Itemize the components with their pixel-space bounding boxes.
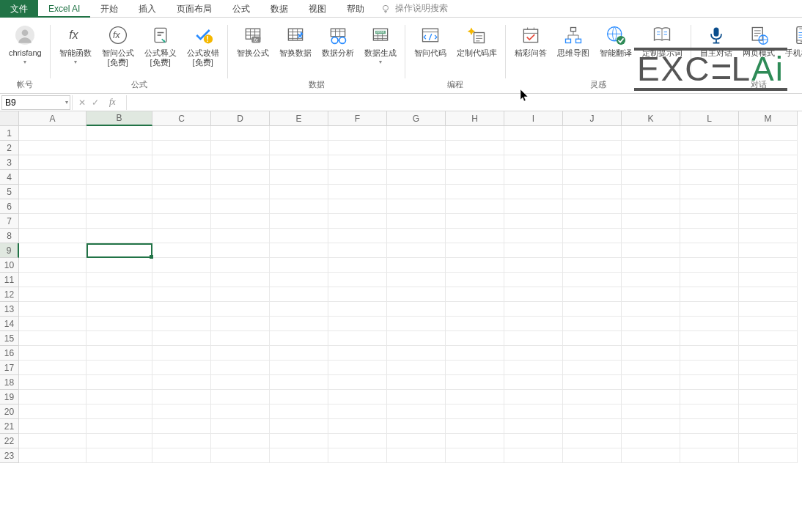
cell-M14[interactable] [739,317,798,331]
cell-K14[interactable] [622,317,680,331]
cell-D2[interactable] [211,141,270,155]
cell-E15[interactable] [270,331,328,346]
cell-I4[interactable] [504,170,563,185]
cell-J17[interactable] [563,361,622,375]
cell-L4[interactable] [680,170,739,185]
cell-I9[interactable] [504,243,563,258]
cell-J9[interactable] [563,243,622,258]
row-header-1[interactable]: 1 [0,126,19,141]
cell-M9[interactable] [739,243,798,258]
cell-F12[interactable] [328,287,387,302]
cell-G10[interactable] [387,258,446,273]
cell-F14[interactable] [328,317,387,331]
cell-I15[interactable] [504,331,563,346]
cell-H11[interactable] [446,273,504,287]
cell-D22[interactable] [211,434,270,448]
cell-L14[interactable] [680,317,739,331]
cell-B7[interactable] [87,214,152,229]
cell-K3[interactable] [622,155,680,170]
cell-E14[interactable] [270,317,328,331]
chevron-down-icon[interactable]: ▾ [65,99,68,106]
cell-B5[interactable] [87,185,152,199]
cell-B20[interactable] [87,404,152,419]
cell-J8[interactable] [563,229,622,243]
col-header-E[interactable]: E [270,111,328,126]
cell-B2[interactable] [87,141,152,155]
cell-B17[interactable] [87,361,152,375]
cell-A15[interactable] [19,331,87,346]
tab-layout[interactable]: 页面布局 [166,0,222,18]
row-header-7[interactable]: 7 [0,214,19,229]
cell-E23[interactable] [270,448,328,463]
cell-H13[interactable] [446,302,504,317]
cell-K16[interactable] [622,346,680,361]
cell-I23[interactable] [504,448,563,463]
btn-mindmap[interactable]: 思维导图 [553,21,594,78]
cell-C4[interactable] [152,170,211,185]
cell-I18[interactable] [504,375,563,390]
cell-K9[interactable] [622,243,680,258]
cell-K4[interactable] [622,170,680,185]
cell-D14[interactable] [211,317,270,331]
cell-J18[interactable] [563,375,622,390]
cell-M7[interactable] [739,214,798,229]
cell-C23[interactable] [152,448,211,463]
cell-C9[interactable] [152,243,211,258]
row-header-12[interactable]: 12 [0,287,19,302]
cell-M15[interactable] [739,331,798,346]
cell-J1[interactable] [563,126,622,141]
cell-D1[interactable] [211,126,270,141]
cell-L19[interactable] [680,390,739,404]
btn-web-mode[interactable]: 网页模式 [738,21,779,78]
cell-L21[interactable] [680,419,739,434]
cell-K19[interactable] [622,390,680,404]
cell-H2[interactable] [446,141,504,155]
cell-I8[interactable] [504,229,563,243]
cell-H21[interactable] [446,419,504,434]
cell-E13[interactable] [270,302,328,317]
cell-C3[interactable] [152,155,211,170]
cell-D4[interactable] [211,170,270,185]
cancel-icon[interactable]: ✕ [78,97,86,108]
col-header-I[interactable]: I [504,111,563,126]
cell-K21[interactable] [622,419,680,434]
cell-F15[interactable] [328,331,387,346]
cell-C15[interactable] [152,331,211,346]
cell-I19[interactable] [504,390,563,404]
cell-M10[interactable] [739,258,798,273]
cell-C11[interactable] [152,273,211,287]
cell-M6[interactable] [739,199,798,214]
cell-I17[interactable] [504,361,563,375]
col-header-D[interactable]: D [211,111,270,126]
cell-H10[interactable] [446,258,504,273]
cell-C10[interactable] [152,258,211,273]
cell-J21[interactable] [563,419,622,434]
cell-D8[interactable] [211,229,270,243]
cell-B9[interactable] [87,243,152,258]
cell-K6[interactable] [622,199,680,214]
cell-L13[interactable] [680,302,739,317]
cell-C6[interactable] [152,199,211,214]
cell-F3[interactable] [328,155,387,170]
cell-M21[interactable] [739,419,798,434]
cell-E5[interactable] [270,185,328,199]
cell-C18[interactable] [152,375,211,390]
cell-K23[interactable] [622,448,680,463]
cell-I10[interactable] [504,258,563,273]
col-header-G[interactable]: G [387,111,446,126]
cell-A14[interactable] [19,317,87,331]
btn-ask-formula[interactable]: fx 智问公式 [免费] [98,21,139,78]
cell-C7[interactable] [152,214,211,229]
cell-D19[interactable] [211,390,270,404]
name-box-input[interactable] [5,97,67,108]
col-header-M[interactable]: M [739,111,798,126]
cell-K11[interactable] [622,273,680,287]
row-header-14[interactable]: 14 [0,317,19,331]
cell-J20[interactable] [563,404,622,419]
cell-L3[interactable] [680,155,739,170]
cell-A13[interactable] [19,302,87,317]
cell-G6[interactable] [387,199,446,214]
cell-C8[interactable] [152,229,211,243]
cell-H5[interactable] [446,185,504,199]
tab-data[interactable]: 数据 [260,0,298,18]
